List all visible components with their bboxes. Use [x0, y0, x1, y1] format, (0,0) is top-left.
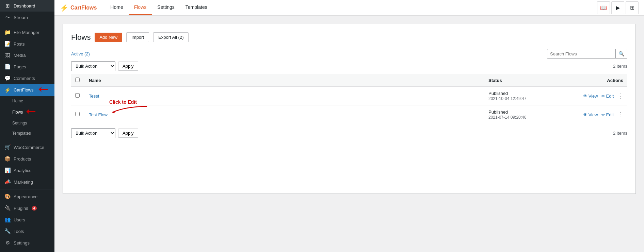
items-count-bottom: 2 items	[613, 131, 627, 136]
sidebar-item-analytics[interactable]: 📊 Analytics	[0, 165, 54, 176]
sidebar-item-label: Tools	[14, 229, 24, 234]
woocommerce-icon: 🛒	[4, 144, 11, 150]
sidebar-item-label: Appearance	[14, 194, 37, 199]
sidebar-item-file-manager[interactable]: 📁 File Manager	[0, 27, 54, 38]
topbar-logo[interactable]: ⚡ CartFlows	[60, 4, 97, 12]
sidebar-item-marketing[interactable]: 📣 Marketing	[0, 176, 54, 188]
bulk-bar-bottom-left: Bulk Action Apply	[71, 128, 138, 138]
topbar-nav-flows[interactable]: Flows	[129, 0, 152, 15]
edit-link-1[interactable]: ✏ Edit	[601, 94, 614, 99]
flow-name-link-2[interactable]: Test Flow	[89, 112, 108, 117]
marketing-icon: 📣	[4, 179, 11, 185]
sidebar-sub-templates[interactable]: Templates	[0, 128, 54, 138]
appearance-icon: 🎨	[4, 194, 11, 200]
topbar-nav: Home Flows Settings Templates	[105, 0, 212, 15]
row-date-2: 2021-07-14 09:20:46	[488, 115, 526, 120]
tools-icon: 🔧	[4, 228, 11, 234]
sidebar-item-users[interactable]: 👥 Users	[0, 214, 54, 225]
media-icon: 🖼	[4, 52, 11, 58]
sidebar-item-woocommerce[interactable]: 🛒 WooCommerce	[0, 141, 54, 153]
bulk-bar-top: Bulk Action Apply 2 items	[71, 61, 627, 71]
sidebar-item-label: Plugins	[14, 206, 28, 211]
apps-button[interactable]: ⊞	[626, 1, 639, 14]
sidebar-item-label: Posts	[14, 41, 25, 47]
sidebar-item-label: Analytics	[14, 168, 31, 173]
video-button[interactable]: ▶	[611, 1, 624, 14]
sidebar-item-settings[interactable]: ⚙ Settings	[0, 237, 54, 249]
more-actions-2[interactable]: ⋮	[617, 111, 623, 118]
docs-button[interactable]: 📖	[597, 1, 610, 14]
sidebar-item-label: CartFlows	[14, 87, 34, 93]
sidebar-item-dashboard[interactable]: ⊞ Dashboard	[0, 0, 54, 12]
view-link-2[interactable]: 👁 View	[583, 112, 598, 117]
plugins-badge: 4	[32, 206, 37, 211]
pages-icon: 📄	[4, 64, 11, 70]
row-checkbox-2[interactable]	[75, 112, 80, 116]
view-eye-icon-2: 👁	[583, 112, 587, 117]
select-all-checkbox[interactable]	[75, 78, 80, 82]
actions-col-1: 👁 View ✏ Edit ⋮	[563, 92, 623, 100]
apply-button-top[interactable]: Apply	[118, 62, 138, 71]
topbar-nav-templates[interactable]: Templates	[180, 0, 213, 15]
sidebar-item-media[interactable]: 🖼 Media	[0, 50, 54, 61]
flow-name-link-1[interactable]: Tesst	[89, 94, 99, 99]
sidebar-item-cartflows[interactable]: ⚡ CartFlows	[0, 84, 54, 96]
row-checkbox-cell	[71, 105, 85, 124]
stream-icon: 〜	[4, 14, 11, 21]
svg-marker-0	[113, 111, 115, 114]
edit-pencil-icon-1: ✏	[601, 94, 605, 99]
view-label-1: View	[589, 94, 598, 99]
view-label-2: View	[589, 112, 598, 117]
search-flows-button[interactable]: 🔍	[615, 49, 627, 58]
sidebar-item-products[interactable]: 📦 Products	[0, 153, 54, 165]
edit-link-2[interactable]: ✏ Edit	[601, 112, 614, 117]
search-flows-container: 🔍	[547, 49, 627, 58]
cartflows-logo-icon: ⚡	[60, 4, 68, 12]
posts-icon: 📝	[4, 41, 11, 47]
sidebar-item-posts[interactable]: 📝 Posts	[0, 38, 54, 50]
add-new-button[interactable]: Add New	[95, 33, 122, 42]
row-checkbox-1[interactable]	[75, 93, 80, 98]
bulk-action-select-top[interactable]: Bulk Action	[71, 61, 115, 71]
sidebar-sub-flows[interactable]: Flows	[0, 106, 54, 118]
topbar-nav-home[interactable]: Home	[105, 0, 128, 15]
page-title: Flows	[71, 33, 91, 42]
bulk-action-select-bottom[interactable]: Bulk Action	[71, 128, 115, 138]
sidebar-sub-label: Home	[12, 99, 23, 103]
topbar-nav-settings[interactable]: Settings	[152, 0, 180, 15]
sidebar-sub-label: Settings	[12, 121, 27, 125]
sidebar-item-appearance[interactable]: 🎨 Appearance	[0, 191, 54, 202]
view-eye-icon-1: 👁	[583, 94, 587, 99]
cartflows-icon: ⚡	[4, 87, 11, 93]
apply-button-bottom[interactable]: Apply	[118, 129, 138, 138]
more-actions-1[interactable]: ⋮	[617, 92, 623, 100]
sidebar-item-tools[interactable]: 🔧 Tools	[0, 225, 54, 237]
sidebar-item-plugins[interactable]: 🔌 Plugins 4	[0, 202, 54, 214]
import-button[interactable]: Import	[126, 32, 149, 42]
view-link-1[interactable]: 👁 View	[583, 94, 598, 99]
row-status-cell-1: Published 2021-10-04 12:49:47	[484, 87, 559, 105]
flows-table: Name Status Actions Tesst	[71, 74, 627, 124]
export-all-button[interactable]: Export All (2)	[153, 32, 189, 42]
col-name: Name	[85, 74, 484, 87]
table-row: Tesst Published 2021-10-04 12:49:47 👁 Vi…	[71, 87, 627, 105]
sidebar-sub-label: Flows	[12, 110, 23, 115]
sidebar-item-stream[interactable]: 〜 Stream	[0, 12, 54, 23]
search-flows-input[interactable]	[547, 50, 615, 58]
col-actions: Actions	[559, 74, 627, 87]
sidebar-item-pages[interactable]: 📄 Pages	[0, 61, 54, 72]
items-count-top: 2 items	[613, 64, 627, 69]
sidebar-item-label: Dashboard	[14, 3, 35, 9]
topbar: ⚡ CartFlows Home Flows Settings Template…	[54, 0, 644, 16]
file-manager-icon: 📁	[4, 29, 11, 35]
sidebar-sub-home[interactable]: Home	[0, 96, 54, 106]
sidebar-item-label: Marketing	[14, 180, 33, 185]
sidebar-item-label: Media	[14, 53, 26, 58]
sidebar-sub-settings[interactable]: Settings	[0, 118, 54, 128]
active-filter-link[interactable]: Active (2)	[71, 51, 90, 56]
row-name-cell-1: Tesst	[85, 87, 484, 105]
sidebar-item-comments[interactable]: 💬 Comments	[0, 72, 54, 84]
row-date-1: 2021-10-04 12:49:47	[488, 96, 526, 101]
users-icon: 👥	[4, 217, 11, 223]
plugins-icon: 🔌	[4, 205, 11, 211]
